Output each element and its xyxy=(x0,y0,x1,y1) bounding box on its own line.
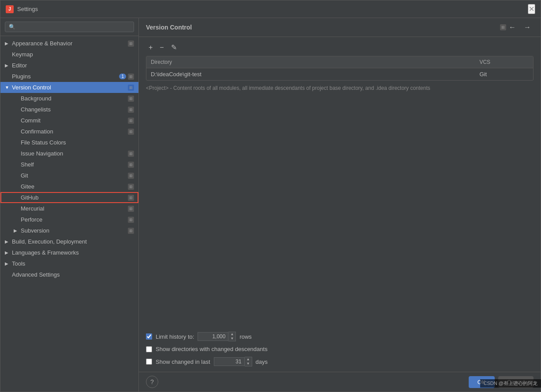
options-section: Limit history to: ▲ ▼ rows xyxy=(146,332,534,366)
info-text: <Project> - Content roots of all modules… xyxy=(146,85,534,325)
show-directories-label: Show directories with changed descendant… xyxy=(156,346,268,352)
table-row[interactable]: D:\ideaCode\git-test Git xyxy=(146,68,533,81)
right-panel: Version Control ⊞ ← → + − ✎ xyxy=(139,18,541,392)
expand-icon: ▶ xyxy=(5,250,10,255)
sidebar-item-advanced[interactable]: ▶ Advanced Settings xyxy=(0,269,138,280)
sidebar-item-changelists[interactable]: ▶ Changelists ⊞ xyxy=(0,104,138,115)
settings-window: J Settings ✕ ▶ Appearance & Behavior ⊞ ▶… xyxy=(0,0,541,392)
title-bar: J Settings ✕ xyxy=(0,0,541,18)
sidebar-item-perforce[interactable]: ▶ Perforce ⊞ xyxy=(0,214,138,225)
close-button[interactable]: ✕ xyxy=(528,4,535,14)
spinner-down-button[interactable]: ▼ xyxy=(228,337,235,341)
sidebar-item-confirmation[interactable]: ▶ Confirmation ⊞ xyxy=(0,126,138,137)
pin-icon: ⊞ xyxy=(128,41,134,47)
sidebar-item-keymap[interactable]: ▶ Keymap xyxy=(0,49,138,60)
pin-icon: ⊞ xyxy=(128,129,134,135)
sidebar-item-commit[interactable]: ▶ Commit ⊞ xyxy=(0,115,138,126)
panel-header: Version Control ⊞ ← → xyxy=(139,18,541,37)
sidebar-item-github[interactable]: ▶ GitHub ⊞ xyxy=(0,192,138,203)
expand-icon: ▼ xyxy=(5,85,10,90)
pin-icon: ⊞ xyxy=(128,96,134,102)
show-changed-input[interactable] xyxy=(214,357,245,366)
sidebar-item-label: Confirmation xyxy=(21,128,128,135)
spinner-up-button[interactable]: ▲ xyxy=(228,332,235,337)
back-button[interactable]: ← xyxy=(506,22,519,32)
option-show-changed: Show changed in last ▲ ▼ days xyxy=(146,357,534,366)
sidebar-item-git[interactable]: ▶ Git ⊞ xyxy=(0,170,138,181)
sidebar-item-version-control[interactable]: ▼ Version Control ⊞ xyxy=(0,82,138,93)
pin-icon: ⊞ xyxy=(128,162,134,168)
sidebar-item-languages[interactable]: ▶ Languages & Frameworks xyxy=(0,247,138,258)
sidebar-item-label: Commit xyxy=(21,117,128,124)
sidebar-item-label: Build, Execution, Deployment xyxy=(12,238,134,245)
expand-icon: ▶ xyxy=(5,239,10,244)
sidebar-item-label: Editor xyxy=(12,62,134,69)
sidebar-item-label: Issue Navigation xyxy=(21,150,128,157)
add-button[interactable]: + xyxy=(146,42,155,52)
show-changed-checkbox[interactable] xyxy=(146,359,152,365)
spinner-down-button-2[interactable]: ▼ xyxy=(245,362,252,366)
forward-button[interactable]: → xyxy=(521,22,534,32)
sidebar-item-gitee[interactable]: ▶ Gitee ⊞ xyxy=(0,181,138,192)
edit-button[interactable]: ✎ xyxy=(168,42,179,52)
remove-button[interactable]: − xyxy=(157,42,166,52)
sidebar-item-appearance[interactable]: ▶ Appearance & Behavior ⊞ xyxy=(0,38,138,49)
sidebar-item-mercurial[interactable]: ▶ Mercurial ⊞ xyxy=(0,203,138,214)
show-directories-checkbox[interactable] xyxy=(146,346,152,352)
show-changed-spinner: ▲ ▼ xyxy=(214,357,252,366)
show-changed-label-suffix: days xyxy=(256,359,268,365)
sidebar-item-label: Gitee xyxy=(21,183,128,190)
sidebar-item-label: Background xyxy=(21,95,128,102)
sidebar-item-tools[interactable]: ▶ Tools xyxy=(0,258,138,269)
limit-history-checkbox[interactable] xyxy=(146,333,152,340)
sidebar-item-background[interactable]: ▶ Background ⊞ xyxy=(0,93,138,104)
sidebar-item-label: Plugins xyxy=(12,73,119,80)
sidebar-item-label: Appearance & Behavior xyxy=(12,40,128,47)
sidebar-item-label: Mercurial xyxy=(21,205,128,212)
sidebar-item-label: Perforce xyxy=(21,216,128,223)
sidebar-item-file-status-colors[interactable]: ▶ File Status Colors xyxy=(0,137,138,148)
pin-icon: ⊞ xyxy=(128,107,134,113)
panel-title: Version Control xyxy=(146,24,497,31)
vcs-table: Directory VCS D:\ideaCode\git-test Git xyxy=(146,56,534,81)
pin-icon: ⊞ xyxy=(128,206,134,212)
help-button[interactable]: ? xyxy=(146,376,158,388)
pin-icon: ⊞ xyxy=(128,151,134,157)
show-changed-label-prefix: Show changed in last xyxy=(156,359,210,365)
bottom-left: ? xyxy=(146,376,158,388)
limit-history-label-prefix: Limit history to: xyxy=(156,333,194,340)
spinner-arrows-2: ▲ ▼ xyxy=(245,357,252,366)
sidebar-item-issue-navigation[interactable]: ▶ Issue Navigation ⊞ xyxy=(0,148,138,159)
sidebar-item-build[interactable]: ▶ Build, Execution, Deployment xyxy=(0,236,138,247)
expand-icon: ▶ xyxy=(5,261,10,266)
sidebar-item-label: GitHub xyxy=(21,194,128,201)
panel-nav: ← → xyxy=(506,22,534,32)
expand-icon: ▶ xyxy=(5,41,10,46)
sidebar-item-subversion[interactable]: ▶ Subversion ⊞ xyxy=(0,225,138,236)
spinner-up-button-2[interactable]: ▲ xyxy=(245,357,252,362)
pin-icon: ⊞ xyxy=(128,228,134,234)
pin-icon: ⊞ xyxy=(128,118,134,124)
pin-icon: ⊞ xyxy=(128,217,134,223)
sidebar-item-plugins[interactable]: ▶ Plugins 1 ⊞ xyxy=(0,71,138,82)
spinner-arrows: ▲ ▼ xyxy=(228,332,236,341)
search-input[interactable] xyxy=(5,22,134,32)
app-icon: J xyxy=(6,5,14,13)
sidebar-item-label: File Status Colors xyxy=(21,139,134,146)
column-header-directory: Directory xyxy=(146,56,475,68)
option-limit-history: Limit history to: ▲ ▼ rows xyxy=(146,332,534,341)
sidebar-item-label: Git xyxy=(21,172,128,179)
pin-icon: ⊞ xyxy=(128,85,134,91)
limit-history-label-suffix: rows xyxy=(239,333,251,340)
sidebar-items-list: ▶ Appearance & Behavior ⊞ ▶ Keymap ▶ Edi… xyxy=(0,36,138,392)
sidebar-item-label: Tools xyxy=(12,260,134,267)
limit-history-spinner: ▲ ▼ xyxy=(198,332,236,341)
limit-history-input[interactable] xyxy=(198,332,228,341)
expand-icon: ▶ xyxy=(14,228,19,233)
sidebar-item-label: Subversion xyxy=(21,227,128,234)
sidebar-item-editor[interactable]: ▶ Editor xyxy=(0,60,138,71)
sidebar-item-label: Advanced Settings xyxy=(12,271,134,278)
sidebar-item-label: Version Control xyxy=(12,84,128,91)
sidebar-item-shelf[interactable]: ▶ Shelf ⊞ xyxy=(0,159,138,170)
plugins-badge: 1 xyxy=(119,74,126,79)
